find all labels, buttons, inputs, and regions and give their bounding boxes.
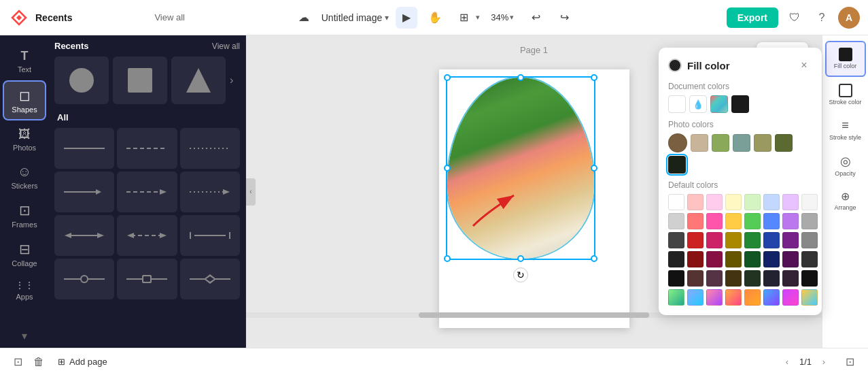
logo[interactable] xyxy=(8,7,30,29)
select-tool[interactable]: ▶ xyxy=(396,7,417,29)
def-color-grad-3[interactable] xyxy=(706,289,723,306)
sidebar-item-text[interactable]: T Text xyxy=(3,44,46,79)
def-color-19[interactable] xyxy=(706,232,723,248)
photo-color-4[interactable] xyxy=(733,134,750,152)
shape-arrow-right-dashed[interactable] xyxy=(117,172,177,212)
def-color-21[interactable] xyxy=(744,232,761,248)
sidebar-item-apps[interactable]: ⋮⋮ Apps xyxy=(3,274,46,306)
def-color-3[interactable] xyxy=(706,194,723,210)
shape-solid-line[interactable] xyxy=(54,128,114,169)
def-color-17[interactable] xyxy=(668,232,684,248)
def-color-27[interactable] xyxy=(706,251,723,267)
def-color-grad-6[interactable] xyxy=(763,289,780,306)
handle-br[interactable] xyxy=(591,255,597,262)
def-color-grad-1[interactable] xyxy=(668,289,684,306)
def-color-8[interactable] xyxy=(801,194,818,210)
help-icon[interactable]: ? xyxy=(811,7,833,29)
def-color-14[interactable] xyxy=(763,213,780,229)
def-color-4[interactable] xyxy=(725,194,742,210)
sidebar-item-photos[interactable]: 🖼 Photos xyxy=(3,122,46,157)
def-color-40[interactable] xyxy=(801,270,818,287)
recent-shape-square[interactable] xyxy=(113,56,167,104)
def-color-38[interactable] xyxy=(763,270,780,287)
def-color-2[interactable] xyxy=(687,194,704,210)
def-color-35[interactable] xyxy=(706,270,723,287)
stroke-color-tool[interactable]: Stroke color xyxy=(825,78,866,112)
fill-color-tool[interactable]: Fill color xyxy=(825,41,866,77)
photo-element[interactable] xyxy=(446,76,595,260)
sidebar-item-frames[interactable]: ⊡ Frames xyxy=(3,197,46,234)
photo-color-7[interactable] xyxy=(668,156,686,174)
rotate-handle[interactable]: ↻ xyxy=(513,267,528,282)
def-color-36[interactable] xyxy=(725,270,742,287)
zoom-control[interactable]: 34% ▾ xyxy=(487,10,518,25)
photo-color-1[interactable] xyxy=(668,133,687,152)
def-color-11[interactable] xyxy=(706,213,723,229)
recent-shape-triangle[interactable] xyxy=(171,56,226,104)
def-color-13[interactable] xyxy=(744,213,761,229)
redo-button[interactable]: ↪ xyxy=(553,7,575,29)
doc-color-gradient[interactable] xyxy=(710,95,728,113)
photo-color-5[interactable] xyxy=(754,134,771,152)
def-color-6[interactable] xyxy=(763,194,780,210)
def-color-22[interactable] xyxy=(763,232,780,248)
canvas-dropdown-icon[interactable]: ▾ xyxy=(476,13,480,22)
def-color-7[interactable] xyxy=(782,194,799,210)
def-color-31[interactable] xyxy=(782,251,799,267)
def-color-30[interactable] xyxy=(763,251,780,267)
doc-color-black[interactable] xyxy=(731,95,749,113)
handle-bl[interactable] xyxy=(444,255,451,262)
avatar[interactable]: A xyxy=(838,7,860,29)
sidebar-item-collage[interactable]: ⊟ Collage xyxy=(3,235,46,273)
opacity-tool[interactable]: ◎ Opacity xyxy=(825,148,866,183)
sidebar-item-stickers[interactable]: ☺ Stickers xyxy=(3,159,46,195)
bottombar-delete-icon[interactable]: 🗑 xyxy=(31,353,47,371)
recents-next-icon[interactable]: › xyxy=(230,74,233,86)
sidebar-item-shapes[interactable]: ◻ Shapes xyxy=(3,80,46,120)
def-color-24[interactable] xyxy=(801,232,818,248)
canvas-size-button[interactable]: ⊞ xyxy=(453,7,474,29)
shape-diamond-handle[interactable] xyxy=(180,259,240,299)
def-color-15[interactable] xyxy=(782,213,799,229)
add-page-button[interactable]: ⊞ Add page xyxy=(52,354,113,370)
def-color-29[interactable] xyxy=(744,251,761,267)
sidebar-collapse-handle[interactable]: ‹ xyxy=(246,178,256,206)
view-all-link[interactable]: View all xyxy=(154,12,185,22)
bottombar-copy-icon[interactable]: ⊡ xyxy=(11,353,25,371)
photo-color-6[interactable] xyxy=(775,134,793,152)
shape-rect-handle[interactable] xyxy=(117,259,177,299)
def-color-33[interactable] xyxy=(668,270,684,287)
prev-page-button[interactable]: ‹ xyxy=(779,354,795,370)
shape-double-arrow-dashed[interactable] xyxy=(117,215,177,256)
sidebar-more-button[interactable]: ▾ xyxy=(22,329,27,342)
shape-dashed-line[interactable] xyxy=(117,128,177,169)
def-color-20[interactable] xyxy=(725,232,742,248)
def-color-23[interactable] xyxy=(782,232,799,248)
export-button[interactable]: Export xyxy=(727,7,778,28)
def-color-32[interactable] xyxy=(801,251,818,267)
shape-bracket-arrow[interactable] xyxy=(180,215,240,256)
title-dropdown-icon[interactable]: ▾ xyxy=(385,13,389,22)
shape-double-arrow[interactable] xyxy=(54,215,114,256)
photo-color-2[interactable] xyxy=(691,134,708,152)
eyedropper-button[interactable]: 💧 xyxy=(689,95,707,113)
doc-color-white[interactable] xyxy=(668,95,686,113)
def-color-18[interactable] xyxy=(687,232,704,248)
def-color-grad-4[interactable] xyxy=(725,289,742,306)
recents-viewall-link[interactable]: View all xyxy=(212,42,240,51)
arrange-tool[interactable]: ⊕ Arrange xyxy=(825,184,866,217)
def-color-39[interactable] xyxy=(782,270,799,287)
def-color-34[interactable] xyxy=(687,270,704,287)
def-color-16[interactable] xyxy=(801,213,818,229)
def-color-grad-2[interactable] xyxy=(687,289,704,306)
def-color-9[interactable] xyxy=(668,213,684,229)
handle-tr[interactable] xyxy=(591,74,597,81)
def-color-5[interactable] xyxy=(744,194,761,210)
next-page-button[interactable]: › xyxy=(816,354,832,370)
def-color-1[interactable] xyxy=(668,194,684,210)
def-color-10[interactable] xyxy=(687,213,704,229)
def-color-grad-5[interactable] xyxy=(744,289,761,306)
pan-tool[interactable]: ✋ xyxy=(424,7,446,29)
upload-button[interactable]: ☁ xyxy=(293,7,315,29)
fullscreen-button[interactable]: ⊡ xyxy=(843,353,857,371)
